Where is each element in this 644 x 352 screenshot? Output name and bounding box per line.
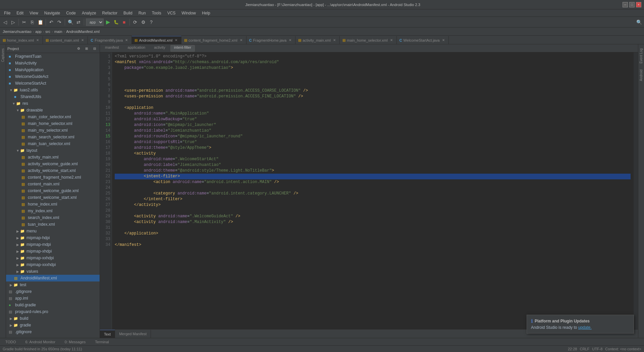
tree-item-main-application[interactable]: ■ MainApplication (6, 67, 100, 73)
tree-item-luao2-utils[interactable]: ▼ 📁 luao2.utils (6, 87, 100, 93)
tree-item-android-manifest[interactable]: ▤ AndroidManifest.xml (6, 275, 100, 281)
search-everywhere-button[interactable]: 🔍 (635, 18, 643, 26)
menu-run[interactable]: Run (136, 10, 149, 16)
menu-analyze[interactable]: Analyze (79, 10, 99, 16)
code-text[interactable]: <?xml version="1.0" encoding="utf-8"?> <… (112, 52, 633, 329)
captures-tab[interactable]: Captures (0, 46, 5, 65)
sidebar-settings-button[interactable]: ⚙ (75, 45, 82, 52)
tab-close-button[interactable]: ✕ (124, 38, 129, 43)
tree-item-content-fragment-home2[interactable]: ▤ content_fragment_home2.xml (6, 174, 100, 181)
tree-item-tuan-index-xml[interactable]: ▤ tuan_index.xml (6, 221, 100, 228)
tree-item-mipmap-xxxhdpi[interactable]: ▶ 📁 mipmap-xxxhdpi (6, 261, 100, 268)
tab-close-button[interactable]: ✕ (174, 38, 178, 43)
tree-item-welcome-start-act[interactable]: ■ WelcomeStartAct (6, 80, 100, 87)
android-monitor-tab[interactable]: 6: Android Monitor (23, 338, 58, 346)
tree-item-menu[interactable]: ▶ 📁 menu (6, 228, 100, 234)
tree-item-welcome-guide-act[interactable]: ■ WelcomeGuideAct (6, 73, 100, 80)
event-log-tab[interactable]: Event Log (639, 46, 644, 66)
tree-item-res[interactable]: ▼ 📁 res (6, 100, 100, 107)
tab-fragment-home[interactable]: C FragmentHome.java ✕ (247, 36, 296, 44)
if-tab-activity[interactable]: activity (150, 45, 169, 52)
tree-item-main-search-selector[interactable]: ▤ main_search_selector.xml (6, 134, 100, 140)
tab-activity-main[interactable]: ▤ activity_main.xml ✕ (296, 36, 340, 44)
tree-item-values[interactable]: ▶ 📁 values (6, 268, 100, 275)
if-tab-application[interactable]: application (124, 45, 149, 52)
tree-item-mipmap-xhdpi[interactable]: ▶ 📁 mipmap-xhdpi (6, 248, 100, 255)
menu-help[interactable]: Help (199, 10, 213, 16)
tree-item-layout[interactable]: ▼ 📁 layout (6, 147, 100, 154)
debug-button[interactable]: 🐛 (112, 18, 120, 26)
menu-code[interactable]: Code (63, 10, 78, 16)
tab-merged-manifest[interactable]: Merged Manifest (115, 330, 151, 338)
todo-tab[interactable]: TODO (3, 338, 19, 346)
menu-edit[interactable]: Edit (14, 10, 26, 16)
tab-content-main[interactable]: ▤ content_main.xml ✕ (43, 36, 88, 44)
tab-close-button[interactable]: ✕ (288, 38, 292, 43)
menu-window[interactable]: Window (179, 10, 199, 16)
tab-close-button[interactable]: ✕ (80, 38, 85, 43)
tree-item-gradle-folder[interactable]: ▶ 📁 gradle (6, 322, 100, 328)
tab-android-manifest[interactable]: ▤ AndroidManifest.xml ✕ (132, 36, 181, 44)
replace-button[interactable]: ⇄ (75, 18, 82, 26)
tab-fragment-my[interactable]: C FragmentMy.java ✕ (88, 36, 132, 44)
menu-tools[interactable]: Tools (149, 10, 164, 16)
if-tab-manifest[interactable]: manifest (101, 45, 123, 52)
breadcrumb-app[interactable]: app (35, 30, 41, 34)
menu-view[interactable]: View (27, 10, 41, 16)
tree-item-main-tuan-selector[interactable]: ▤ main_tuan_selector.xml (6, 140, 100, 147)
breadcrumb-src[interactable]: src (45, 30, 50, 34)
breadcrumb-main[interactable]: main (54, 30, 62, 34)
android-vtab[interactable]: Android (639, 67, 644, 84)
menu-build[interactable]: Build (121, 10, 135, 16)
tree-item-test[interactable]: ▶ 📁 test (6, 281, 100, 288)
paste-button[interactable]: 📋 (37, 18, 44, 26)
tree-item-drawable[interactable]: ▼ 📁 drawable (6, 107, 100, 114)
close-button[interactable]: ✕ (636, 2, 641, 7)
tab-content-fragment-home2[interactable]: ▤ content_fragment_home2.xml ✕ (181, 36, 247, 44)
tree-item-main-activity[interactable]: ■ MainActivity (6, 60, 100, 67)
tab-main-home-selector[interactable]: ▤ main_home_selector.xml ✕ (340, 36, 397, 44)
cut-button[interactable]: ✂ (20, 18, 28, 26)
tree-item-gitignore-1[interactable]: ▤ .gitignore (6, 288, 100, 295)
undo-button[interactable]: ↶ (48, 18, 55, 26)
tree-item-mipmap-hdpi[interactable]: ▶ 📁 mipmap-hdpi (6, 234, 100, 241)
tree-item-main-home-selector[interactable]: ▤ main_home_selector.xml (6, 120, 100, 127)
tab-text[interactable]: Text (100, 330, 115, 338)
run-config-select[interactable]: app (86, 18, 104, 26)
tree-item-main-color-selector[interactable]: ▤ main_color_selector.xml (6, 114, 100, 120)
if-tab-intent-filter[interactable]: intent-filter (170, 45, 195, 52)
tree-item-activity-welcome-guide[interactable]: ▤ activity_welcome_guide.xml (6, 161, 100, 167)
tree-item-proguard[interactable]: ▤ proguard-rules.pro (6, 308, 100, 315)
tree-item-content-welcome-guide[interactable]: ▤ content_welcome_guide.xml (6, 187, 100, 194)
forward-button[interactable]: ▷ (9, 18, 17, 26)
tree-item-fragment-tuan[interactable]: ■ FragmentTuan (6, 53, 100, 60)
tab-close-button[interactable]: ✕ (332, 38, 337, 43)
menu-refactor[interactable]: Refactor (100, 10, 120, 16)
back-button[interactable]: ◁ (1, 18, 9, 26)
menu-vcs[interactable]: VCS (165, 10, 178, 16)
settings-button[interactable]: ⚙ (140, 18, 147, 26)
run-button[interactable]: ▶ (104, 18, 112, 26)
menu-navigate[interactable]: Navigate (42, 10, 63, 16)
tree-item-shared-utils[interactable]: ■ SharedUtils (6, 93, 100, 100)
tab-close-button[interactable]: ✕ (389, 38, 394, 43)
tree-item-my-index-xml[interactable]: ▤ my_index.xml (6, 208, 100, 214)
tree-item-content-welcome-start[interactable]: ▤ content_welcome_start.xml (6, 194, 100, 201)
code-editor[interactable]: 12345 678910 1112 13 14 15 1617181920 21… (100, 52, 638, 329)
sidebar-collapse-button[interactable]: ⊟ (91, 45, 98, 52)
redo-button[interactable]: ↷ (56, 18, 63, 26)
sync-button[interactable]: ⟳ (131, 18, 139, 26)
tab-welcome-start-act[interactable]: C WelcomeStartAct.java ✕ (397, 36, 449, 44)
terminal-tab[interactable]: Terminal (92, 338, 112, 346)
help-button[interactable]: ? (148, 18, 155, 26)
breadcrumb-project[interactable]: Jiemianzhuantiao (3, 30, 32, 34)
tab-home-index[interactable]: ▤ home_index.xml ✕ (0, 36, 43, 44)
copy-button[interactable]: ⎘ (29, 18, 36, 26)
tree-item-home-index-xml[interactable]: ▤ home_index.xml (6, 201, 100, 208)
tree-item-activity-main-xml[interactable]: ▤ activity_main.xml (6, 154, 100, 161)
update-link[interactable]: update. (578, 325, 592, 330)
tab-close-button[interactable]: ✕ (35, 38, 40, 43)
maximize-button[interactable]: □ (629, 2, 635, 7)
tree-item-build-folder[interactable]: ▶ 📁 build (6, 315, 100, 322)
sidebar-expand-button[interactable]: ⊞ (83, 45, 90, 52)
